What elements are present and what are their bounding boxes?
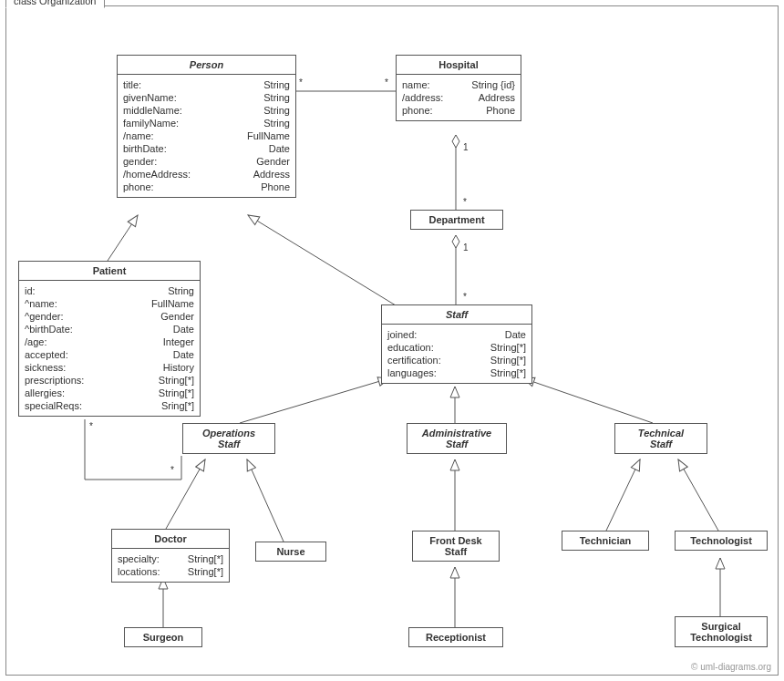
tech-l1: Technical (621, 428, 701, 439)
class-technologist-name: Technologist (676, 531, 767, 550)
class-technologist: Technologist (675, 531, 768, 551)
attribute-row: /homeAddress:Address (123, 168, 290, 181)
attribute-row: prescriptions:String[*] (25, 374, 194, 387)
frame-title: class Organization (5, 0, 105, 8)
attribute-row: /name:FullName (123, 129, 290, 142)
mult-hospital-side: * (385, 77, 388, 88)
attribute-row: birthDate:Date (123, 142, 290, 155)
class-surgeon: Surgeon (124, 627, 202, 647)
fd-l1: Front Desk (418, 535, 493, 546)
mult-pat-ops-o: * (170, 465, 174, 475)
class-person-body: title:StringgivenName:StringmiddleName:S… (118, 75, 295, 197)
st-l2: Technologist (681, 632, 761, 643)
attribute-row: phone:Phone (402, 104, 515, 117)
class-hospital-body: name:String {id}/address:Addressphone:Ph… (397, 75, 521, 120)
st-l1: Surgical (681, 621, 761, 632)
attribute-row: education:String[*] (387, 341, 526, 354)
class-staff-body: joined:Dateeducation:String[*]certificat… (382, 325, 531, 383)
mult-person-side: * (299, 77, 303, 88)
class-hospital-name: Hospital (397, 56, 521, 75)
class-receptionist: Receptionist (408, 627, 503, 647)
attribute-row: specialty:String[*] (118, 552, 223, 565)
attribute-row: ^birthDate:Date (25, 323, 194, 335)
fd-l2: Staff (418, 546, 493, 557)
class-frontdesk: Front Desk Staff (412, 531, 500, 562)
attribute-row: /address:Address (402, 91, 515, 104)
attribute-row: middleName:String (123, 104, 290, 117)
class-staff-name: Staff (382, 305, 531, 325)
attribute-row: title:String (123, 78, 290, 91)
attribute-row: phone:Phone (123, 181, 290, 193)
class-admin-name: Administrative Staff (407, 424, 506, 453)
class-hospital: Hospital name:String {id}/address:Addres… (396, 55, 521, 121)
class-admin-staff: Administrative Staff (407, 423, 507, 454)
attribute-row: familyName:String (123, 117, 290, 129)
class-surgical-technologist: Surgical Technologist (675, 616, 768, 647)
tech-l2: Staff (621, 439, 701, 449)
class-operations-staff: Operations Staff (182, 423, 275, 454)
class-ops-name: Operations Staff (183, 424, 274, 453)
class-department: Department (410, 210, 503, 230)
attribute-row: id:String (25, 284, 194, 297)
class-doctor: Doctor specialty:String[*]locations:Stri… (111, 529, 230, 583)
mult-dept-staff-s: * (463, 292, 467, 302)
class-doctor-body: specialty:String[*]locations:String[*] (112, 549, 229, 582)
diagram-canvas: class Organization (0, 0, 784, 681)
credit-text: © uml-diagrams.org (691, 662, 771, 672)
ops-l1: Operations (189, 428, 269, 439)
attribute-row: locations:String[*] (118, 565, 223, 578)
attribute-row: certification:String[*] (387, 354, 526, 366)
attribute-row: name:String {id} (402, 78, 515, 91)
class-technician: Technician (562, 531, 649, 551)
class-nurse-name: Nurse (256, 542, 325, 561)
class-tech-staff: Technical Staff (614, 423, 707, 454)
admin-l1: Administrative (413, 428, 500, 439)
class-patient-body: id:String^name:FullName^gender:Gender^bi… (19, 281, 200, 416)
attribute-row: sickness:History (25, 361, 194, 374)
attribute-row: ^gender:Gender (25, 310, 194, 323)
mult-pat-ops-p: * (89, 421, 93, 431)
class-patient-name: Patient (19, 262, 200, 281)
class-person-name: Person (118, 56, 295, 75)
attribute-row: ^name:FullName (25, 297, 194, 310)
attribute-row: accepted:Date (25, 348, 194, 361)
mult-dept-staff-d: 1 (463, 242, 469, 253)
attribute-row: languages:String[*] (387, 366, 526, 379)
class-receptionist-name: Receptionist (409, 628, 502, 646)
attribute-row: gender:Gender (123, 155, 290, 168)
class-patient: Patient id:String^name:FullName^gender:G… (18, 261, 201, 417)
class-technician-name: Technician (562, 531, 648, 550)
class-frontdesk-name: Front Desk Staff (413, 531, 499, 561)
mult-hosp-dept-d: * (463, 197, 467, 207)
attribute-row: allergies:String[*] (25, 387, 194, 399)
class-person: Person title:StringgivenName:Stringmiddl… (117, 55, 296, 198)
class-department-name: Department (411, 211, 502, 229)
attribute-row: specialReqs:Sring[*] (25, 399, 194, 412)
class-doctor-name: Doctor (112, 530, 229, 549)
admin-l2: Staff (413, 439, 500, 449)
attribute-row: givenName:String (123, 91, 290, 104)
class-nurse: Nurse (255, 542, 326, 562)
class-staff: Staff joined:Dateeducation:String[*]cert… (381, 304, 532, 384)
class-surgtech-name: Surgical Technologist (676, 617, 767, 646)
ops-l2: Staff (189, 439, 269, 449)
attribute-row: /age:Integer (25, 335, 194, 348)
attribute-row: joined:Date (387, 328, 526, 341)
mult-hosp-dept-h: 1 (463, 142, 469, 152)
class-tech-name: Technical Staff (615, 424, 707, 453)
class-surgeon-name: Surgeon (125, 628, 201, 646)
